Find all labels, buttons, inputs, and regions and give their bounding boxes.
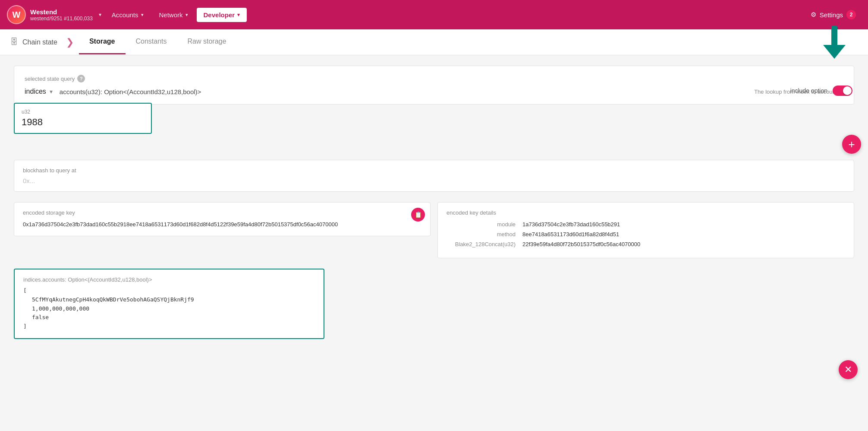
chain-state-label: 🗄 Chain state <box>10 38 57 47</box>
nav-network[interactable]: Network ▾ <box>152 8 195 22</box>
query-method: accounts(u32): Option<(AccountId32,u128,… <box>60 88 747 95</box>
query-row: indices ▾ accounts(u32): Option<(Account… <box>25 88 843 95</box>
divider-arrow-icon: ❯ <box>66 37 74 48</box>
result-amount: 1,000,000,000,000 <box>23 304 315 314</box>
result-bool: false <box>23 313 315 322</box>
kd-method-key: method <box>447 231 516 238</box>
result-body: [ 5CfMYqAkutnegCpH4koqQkWBDrVe5obohAGaQS… <box>23 286 315 331</box>
kd-blake-key: Blake2_128Concat(u32) <box>447 241 516 247</box>
teal-arrow-icon <box>823 26 846 59</box>
copy-button[interactable]: 📋 <box>411 208 425 222</box>
nav-right: ⚙ Settings 2 <box>805 6 861 23</box>
brand-logo: W <box>7 5 26 24</box>
result-address: 5CfMYqAkutnegCpH4koqQkWBDrVe5obohAGaQSYQ… <box>23 295 315 304</box>
result-close-bracket: ] <box>23 322 315 331</box>
main-content: + selected state query ? indices ▾ accou… <box>0 55 868 349</box>
settings-label: Settings <box>820 11 843 19</box>
brand-info: Westend westend/9251 #11,600,033 <box>30 8 93 22</box>
key-details-card: encoded key details module 1a736d37504c2… <box>437 202 854 258</box>
add-query-button[interactable]: + <box>842 135 861 154</box>
query-card: selected state query ? indices ▾ account… <box>14 66 854 105</box>
arrow-indicator <box>823 26 846 59</box>
input-type-label: u32 <box>22 109 144 115</box>
blockhash-card: blockhash to query at 0x... <box>14 160 854 192</box>
brand-chevron-icon: ▾ <box>99 12 101 18</box>
blockhash-input[interactable]: 0x... <box>23 177 845 184</box>
nav-developer[interactable]: Developer ▾ <box>197 8 247 22</box>
key-details-row-blake: Blake2_128Concat(u32) 22f39e59fa4d80f72b… <box>447 241 845 247</box>
network-chevron-icon: ▾ <box>186 12 188 18</box>
nav-accounts[interactable]: Accounts ▾ <box>105 8 151 22</box>
kd-module-key: module <box>447 221 516 228</box>
key-details-label: encoded key details <box>447 209 845 216</box>
accounts-chevron-icon: ▾ <box>141 12 144 18</box>
top-navigation: W Westend westend/9251 #11,600,033 ▾ Acc… <box>0 0 868 29</box>
kd-method-val: 8ee7418a6531173d60d1f6a82d8f4d51 <box>522 231 619 238</box>
brand-sub: westend/9251 #11,600,033 <box>30 16 93 22</box>
encoded-key-label: encoded storage key <box>23 209 421 216</box>
brand-area[interactable]: W Westend westend/9251 #11,600,033 ▾ <box>7 5 101 24</box>
input-card[interactable]: u32 1988 <box>14 103 152 134</box>
gear-icon: ⚙ <box>811 11 816 19</box>
nav-developer-label: Developer <box>204 11 235 19</box>
help-icon[interactable]: ? <box>77 75 85 82</box>
chain-state-text: Chain state <box>22 38 57 46</box>
key-details-row-module: module 1a736d37504c2e3fb73dad160c55b291 <box>447 221 845 228</box>
query-label: selected state query ? <box>25 75 843 82</box>
tab-raw-storage[interactable]: Raw storage <box>177 30 237 54</box>
module-select[interactable]: indices ▾ <box>25 88 53 95</box>
nav-items: Accounts ▾ Network ▾ Developer ▾ <box>105 8 802 22</box>
two-col-section: encoded storage key 0x1a736d37504c2e3fb7… <box>14 202 854 258</box>
result-title: indices.accounts: Option<(AccountId32,u1… <box>23 276 315 283</box>
database-icon: 🗄 <box>10 38 18 47</box>
encoded-key-value: 0x1a736d37504c2e3fb73dad160c55b2918ee741… <box>23 220 421 229</box>
include-option-label: include option <box>790 87 827 94</box>
toggle-knob <box>843 86 852 95</box>
brand-name: Westend <box>30 8 93 16</box>
module-select-chevron-icon: ▾ <box>50 88 53 95</box>
kd-blake-val: 22f39e59fa4d80f72b5015375df0c56ac4070000 <box>522 241 640 247</box>
key-details-row-method: method 8ee7418a6531173d60d1f6a82d8f4d51 <box>447 231 845 238</box>
encoded-key-card: encoded storage key 0x1a736d37504c2e3fb7… <box>14 202 431 236</box>
include-option-toggle[interactable] <box>833 86 852 96</box>
subnav: 🗄 Chain state ❯ Storage Constants Raw st… <box>0 29 868 55</box>
result-open-bracket: [ <box>23 286 315 295</box>
blockhash-label: blockhash to query at <box>23 167 845 174</box>
result-card: indices.accounts: Option<(AccountId32,u1… <box>14 269 324 339</box>
key-details-column: encoded key details module 1a736d37504c2… <box>437 202 854 258</box>
settings-button[interactable]: ⚙ Settings 2 <box>805 6 861 23</box>
developer-chevron-icon: ▾ <box>237 12 240 18</box>
kd-module-val: 1a736d37504c2e3fb73dad160c55b291 <box>522 221 620 228</box>
nav-network-label: Network <box>159 11 183 19</box>
encoded-key-column: encoded storage key 0x1a736d37504c2e3fb7… <box>14 202 431 258</box>
nav-accounts-label: Accounts <box>112 11 138 19</box>
tab-storage[interactable]: Storage <box>79 30 126 54</box>
tab-constants[interactable]: Constants <box>126 30 177 54</box>
input-value[interactable]: 1988 <box>22 117 144 128</box>
subnav-tabs: Storage Constants Raw storage <box>79 30 236 54</box>
settings-badge: 2 <box>846 10 856 19</box>
module-select-value: indices <box>25 88 46 95</box>
close-button[interactable]: ✕ <box>839 360 858 379</box>
